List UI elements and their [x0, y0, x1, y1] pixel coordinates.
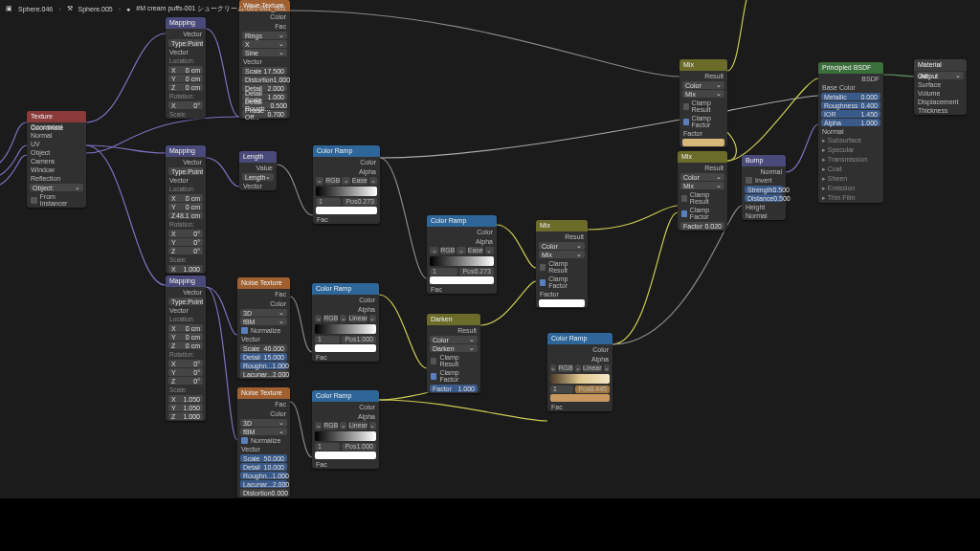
node-mapping[interactable]: Mapping Vector Type:Point Vector Locatio…	[166, 145, 206, 274]
socket-out[interactable]: Generated	[27, 122, 86, 131]
node-header[interactable]: Mapping	[166, 145, 206, 157]
node-material-output[interactable]: Material Output All⌄ Surface Volume Disp…	[914, 59, 967, 115]
node-header[interactable]: Texture Coordinate	[27, 111, 86, 122]
mesh-icon: ▣	[6, 5, 12, 12]
node-bump[interactable]: Bump Normal Invert Strength0.500 Distanc…	[742, 155, 786, 220]
node-noise-texture[interactable]: Noise Texture Fac Color 3D⌄ fBM⌄ Normali…	[237, 277, 290, 379]
node-mix[interactable]: Mix Result Color⌄ Mix⌄ Clamp Result Clam…	[536, 220, 588, 308]
bc-item[interactable]: Sphere.005	[78, 6, 113, 12]
socket-out[interactable]: UV	[27, 140, 86, 148]
bc-item[interactable]: Sphere.046	[18, 6, 53, 12]
node-length[interactable]: Length Value Length⌄ Vector	[239, 151, 277, 190]
node-color-ramp[interactable]: Color Ramp Color Alpha ⌄RGB⌄Ease⌄ 1Pos0.…	[313, 145, 380, 224]
breadcrumb[interactable]: ▣ Sphere.046 › ⚒ Sphere.005 › ● #M cream…	[6, 4, 286, 13]
node-header[interactable]: Color Ramp	[427, 215, 497, 227]
node-header[interactable]: Color Ramp	[313, 145, 380, 157]
node-mapping[interactable]: Mapping Vector Type:Point Vector Locatio…	[166, 17, 206, 119]
node-color-ramp[interactable]: Color Ramp Color Alpha ⌄RGB⌄Ease⌄ 1Pos0.…	[427, 215, 497, 294]
socket-out[interactable]: Object	[27, 148, 86, 157]
socket-out[interactable]: Reflection	[27, 174, 86, 183]
node-principled-bsdf[interactable]: Principled BSDF BSDF Base Color Metallic…	[818, 62, 883, 203]
color-ramp-gradient[interactable]	[316, 187, 377, 196]
chevron-right-icon: ›	[58, 6, 60, 12]
node-mix[interactable]: Mix Result Color⌄ Mix⌄ Clamp Result Clam…	[679, 59, 727, 147]
node-header[interactable]: Mapping	[166, 17, 206, 29]
object-field[interactable]: Object:⌄	[30, 184, 83, 191]
socket-out[interactable]: Window	[27, 165, 86, 174]
material-icon: ●	[126, 6, 130, 12]
node-header[interactable]: Length	[239, 151, 277, 163]
node-color-ramp[interactable]: Color Ramp Color Alpha ⌄RGB⌄Linear⌄ 1Pos…	[547, 333, 612, 411]
type-field[interactable]: Type:Point	[168, 39, 203, 47]
chevron-right-icon: ›	[119, 6, 121, 12]
node-texture-coordinate[interactable]: Texture Coordinate Generated Normal UV O…	[27, 111, 86, 208]
node-color-ramp[interactable]: Color Ramp Color Alpha ⌄RGB⌄Linear⌄ 1Pos…	[312, 283, 379, 362]
node-mix-darken[interactable]: Darken Result Color⌄ Darken⌄ Clamp Resul…	[427, 314, 480, 393]
node-noise-texture[interactable]: Noise Texture Fac Color 3D⌄ fBM⌄ Normali…	[237, 387, 290, 497]
socket-out[interactable]: Camera	[27, 157, 86, 165]
bottom-bar	[0, 498, 980, 551]
node-color-ramp[interactable]: Color Ramp Color Alpha ⌄RGB⌄Linear⌄ 1Pos…	[312, 390, 379, 469]
from-instancer-check[interactable]: From Instancer	[27, 192, 86, 208]
modifier-icon: ⚒	[67, 5, 73, 12]
bc-item[interactable]: #M cream puffs-001 シュークリーム-001-001_001	[136, 4, 286, 13]
node-wave-texture[interactable]: Wave Texture Color Fac Rings⌄ X⌄ Sine⌄ V…	[239, 0, 290, 119]
node-mapping[interactable]: Mapping Vector Type:Point Vector Locatio…	[166, 276, 206, 421]
node-mix[interactable]: Mix Result Color⌄ Mix⌄ Clamp Result Clam…	[678, 151, 727, 231]
